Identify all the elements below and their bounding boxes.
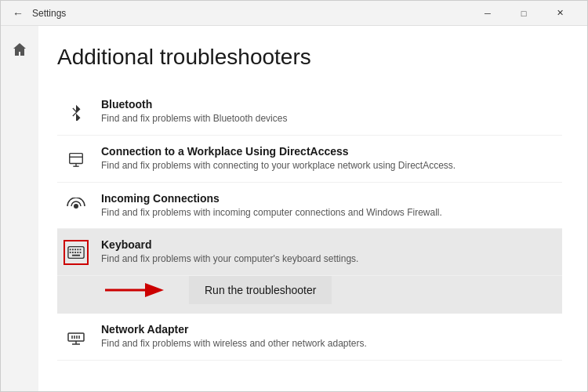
- sidebar: [1, 26, 38, 391]
- svg-rect-7: [72, 249, 74, 251]
- content-area: Additional troubleshooters Bluetooth Fin…: [1, 26, 587, 391]
- window-title: Settings: [32, 8, 66, 19]
- svg-rect-16: [72, 255, 80, 256]
- item-desc: Find and fix problems with Bluetooth dev…: [101, 112, 556, 125]
- list-item[interactable]: Network Adapter Find and fix problems wi…: [57, 314, 562, 361]
- expanded-area: Run the troubleshooter: [57, 276, 562, 314]
- network-adapter-icon: [64, 325, 89, 350]
- troubleshooter-list: Bluetooth Find and fix problems with Blu…: [57, 89, 562, 361]
- svg-point-4: [74, 204, 78, 209]
- svg-rect-9: [77, 249, 78, 251]
- close-button[interactable]: ✕: [542, 1, 578, 26]
- item-desc: Find and fix problems with connecting to…: [101, 159, 556, 172]
- svg-rect-19: [68, 333, 84, 341]
- item-name: Incoming Connections: [101, 192, 556, 205]
- item-text: Keyboard Find and fix problems with your…: [101, 238, 556, 266]
- item-text: Incoming Connections Find and fix proble…: [101, 192, 556, 220]
- item-text: Network Adapter Find and fix problems wi…: [101, 323, 556, 350]
- item-text: Bluetooth Find and fix problems with Blu…: [101, 98, 556, 125]
- settings-window: ← Settings ─ □ ✕ Additional troubleshoot…: [0, 0, 588, 392]
- item-name: Network Adapter: [101, 323, 556, 336]
- page-title: Additional troubleshooters: [57, 45, 562, 70]
- restore-button[interactable]: □: [506, 1, 542, 26]
- directaccess-icon: [64, 147, 89, 172]
- list-item[interactable]: Bluetooth Find and fix problems with Blu…: [57, 89, 562, 136]
- back-button[interactable]: ←: [10, 5, 26, 21]
- window-controls: ─ □ ✕: [470, 1, 578, 26]
- minimize-button[interactable]: ─: [470, 1, 506, 26]
- list-item[interactable]: Connection to a Workplace Using DirectAc…: [57, 136, 562, 183]
- item-name: Keyboard: [101, 238, 556, 251]
- item-name: Bluetooth: [101, 98, 556, 111]
- bluetooth-icon: [64, 100, 89, 125]
- svg-rect-13: [74, 252, 76, 253]
- list-item[interactable]: Incoming Connections Find and fix proble…: [57, 183, 562, 230]
- item-desc: Find and fix problems with incoming comp…: [101, 206, 556, 220]
- incoming-connections-icon: [64, 194, 89, 219]
- item-text: Connection to a Workplace Using DirectAc…: [101, 145, 556, 172]
- run-troubleshooter-button[interactable]: Run the troubleshooter: [189, 276, 332, 304]
- titlebar: ← Settings ─ □ ✕: [1, 1, 587, 26]
- item-desc: Find and fix problems with your computer…: [101, 252, 556, 266]
- item-name: Connection to a Workplace Using DirectAc…: [101, 145, 556, 158]
- home-icon[interactable]: [9, 38, 31, 60]
- svg-rect-8: [74, 249, 76, 251]
- svg-rect-14: [77, 252, 78, 253]
- list-item[interactable]: Keyboard Find and fix problems with your…: [57, 229, 562, 276]
- svg-rect-12: [72, 252, 74, 253]
- svg-rect-0: [70, 153, 83, 163]
- titlebar-controls: ←: [10, 5, 26, 21]
- svg-rect-15: [80, 252, 82, 253]
- keyboard-icon: [64, 240, 89, 265]
- svg-rect-6: [70, 249, 71, 251]
- back-icon: ←: [13, 7, 24, 20]
- item-desc: Find and fix problems with wireless and …: [101, 337, 556, 350]
- keyboard-section: Keyboard Find and fix problems with your…: [57, 229, 562, 314]
- arrow-container: [101, 276, 164, 304]
- main-content: Additional troubleshooters Bluetooth Fin…: [38, 26, 587, 391]
- svg-rect-11: [70, 252, 71, 253]
- svg-rect-10: [80, 249, 82, 251]
